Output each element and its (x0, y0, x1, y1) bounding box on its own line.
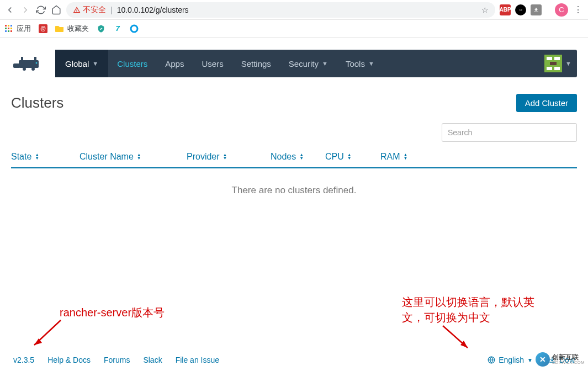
svg-rect-15 (34, 57, 36, 61)
favorites-label: 收藏夹 (67, 24, 89, 34)
sort-icon: ▲▼ (347, 153, 352, 160)
circle-icon (130, 24, 139, 33)
page-title: Clusters (11, 94, 63, 112)
empty-state-message: There are no clusters defined. (11, 168, 577, 213)
svg-rect-3 (5, 28, 7, 29)
nav-apps[interactable]: Apps (156, 50, 193, 77)
back-button[interactable] (4, 4, 15, 15)
browser-toolbar: 不安全 | 10.0.0.102/g/clusters ☆ ABP ○ C ⋮ (0, 0, 588, 20)
annotation-language-line1: 这里可以切换语言，默认英 (402, 295, 534, 310)
svg-marker-27 (460, 341, 468, 348)
column-cpu[interactable]: CPU▲▼ (325, 152, 380, 162)
reload-button[interactable] (35, 4, 46, 15)
forward-button[interactable] (20, 4, 31, 15)
chevron-down-icon: ▼ (322, 60, 328, 67)
nav-security[interactable]: Security▼ (280, 50, 337, 77)
nav-users[interactable]: Users (193, 50, 232, 77)
insecure-badge: 不安全 (73, 5, 106, 15)
rancher-logo[interactable] (11, 52, 46, 75)
bookmark-item-circle[interactable] (130, 24, 139, 33)
chevron-down-icon: ▼ (527, 357, 533, 363)
column-nodes[interactable]: Nodes▲▼ (271, 152, 325, 162)
language-label: English (499, 356, 524, 364)
user-menu[interactable]: ▼ (544, 55, 571, 72)
dark-extension-icon[interactable]: ○ (515, 4, 526, 15)
help-link[interactable]: Help & Docs (47, 356, 91, 364)
slack-link[interactable]: Slack (143, 356, 162, 364)
folder-icon (55, 24, 64, 33)
bookmark-item-1[interactable]: @ (39, 24, 47, 33)
shield-icon (97, 24, 105, 33)
bookmark-item-shield[interactable] (97, 24, 105, 33)
global-scope-dropdown[interactable]: Global ▼ (55, 50, 108, 77)
column-provider[interactable]: Provider▲▼ (187, 152, 271, 162)
watermark-en: CDXWCX.COM (552, 361, 585, 365)
apps-grid-icon (4, 24, 13, 33)
add-cluster-button[interactable]: Add Cluster (516, 94, 577, 112)
url-text: 10.0.0.102/g/clusters (117, 6, 189, 14)
annotation-language-line2: 文，可切换为中文 (402, 310, 490, 325)
svg-rect-19 (554, 57, 560, 60)
svg-marker-25 (34, 338, 42, 345)
svg-point-13 (31, 67, 35, 71)
apps-label: 应用 (17, 24, 31, 34)
annotation-version: rancher-server版本号 (60, 305, 165, 320)
bookmarks-bar: 应用 @ 收藏夹 7 (0, 20, 588, 38)
svg-rect-22 (550, 62, 557, 65)
svg-rect-14 (21, 57, 23, 61)
svg-rect-5 (10, 28, 12, 29)
search-input[interactable] (442, 123, 577, 142)
favorites-folder[interactable]: 收藏夹 (55, 24, 89, 34)
bookmark-item-seven[interactable]: 7 (113, 24, 122, 33)
svg-rect-8 (10, 30, 12, 32)
chevron-down-icon: ▼ (565, 60, 571, 67)
svg-line-24 (34, 320, 61, 345)
home-button[interactable] (51, 4, 62, 15)
sort-icon: ▲▼ (299, 153, 304, 160)
footer: v2.3.5 Help & Docs Forums Slack File an … (0, 356, 588, 364)
svg-line-26 (443, 326, 468, 348)
svg-point-9 (131, 25, 137, 32)
browser-menu-button[interactable]: ⋮ (573, 4, 584, 15)
apps-bookmark[interactable]: 应用 (4, 24, 31, 34)
svg-rect-1 (8, 25, 9, 26)
file-issue-link[interactable]: File an Issue (176, 356, 219, 364)
sort-icon: ▲▼ (137, 153, 141, 160)
svg-rect-10 (19, 60, 39, 68)
column-cluster-name[interactable]: Cluster Name▲▼ (80, 152, 187, 162)
version-link[interactable]: v2.3.5 (13, 356, 34, 364)
global-label: Global (65, 59, 89, 68)
column-state[interactable]: State▲▼ (11, 152, 80, 162)
watermark-logo: ✕ (536, 352, 550, 367)
insecure-label: 不安全 (83, 5, 106, 15)
svg-rect-0 (5, 25, 7, 26)
nav-settings[interactable]: Settings (232, 50, 280, 77)
user-avatar (544, 55, 562, 72)
profile-avatar[interactable]: C (555, 3, 568, 17)
nav-clusters[interactable]: Clusters (108, 50, 156, 77)
seven-icon: 7 (113, 24, 122, 33)
nav-tools[interactable]: Tools▼ (337, 50, 383, 77)
address-bar[interactable]: 不安全 | 10.0.0.102/g/clusters ☆ (66, 2, 495, 18)
svg-rect-18 (547, 57, 552, 60)
star-icon[interactable]: ☆ (481, 6, 489, 14)
sort-icon: ▲▼ (404, 153, 408, 160)
forums-link[interactable]: Forums (104, 356, 130, 364)
globe-icon (488, 356, 495, 364)
chevron-down-icon: ▼ (368, 60, 374, 67)
svg-rect-11 (13, 63, 20, 68)
svg-rect-7 (8, 30, 9, 32)
main-content: Clusters Add Cluster State▲▼ Cluster Nam… (0, 77, 588, 213)
svg-rect-2 (10, 25, 12, 26)
watermark: ✕ 创新互联 CDXWCX.COM (536, 352, 585, 367)
download-extension-icon[interactable] (531, 4, 542, 15)
svg-point-16 (36, 62, 38, 64)
arrow-left (28, 317, 66, 351)
svg-rect-21 (554, 67, 560, 70)
column-ram[interactable]: RAM▲▼ (380, 152, 430, 162)
svg-rect-4 (8, 28, 9, 29)
abp-extension-icon[interactable]: ABP (500, 4, 511, 15)
table-header-row: State▲▼ Cluster Name▲▼ Provider▲▼ Nodes▲… (11, 152, 577, 168)
chevron-down-icon: ▼ (92, 60, 98, 67)
language-selector[interactable]: English ▼ (488, 356, 533, 364)
